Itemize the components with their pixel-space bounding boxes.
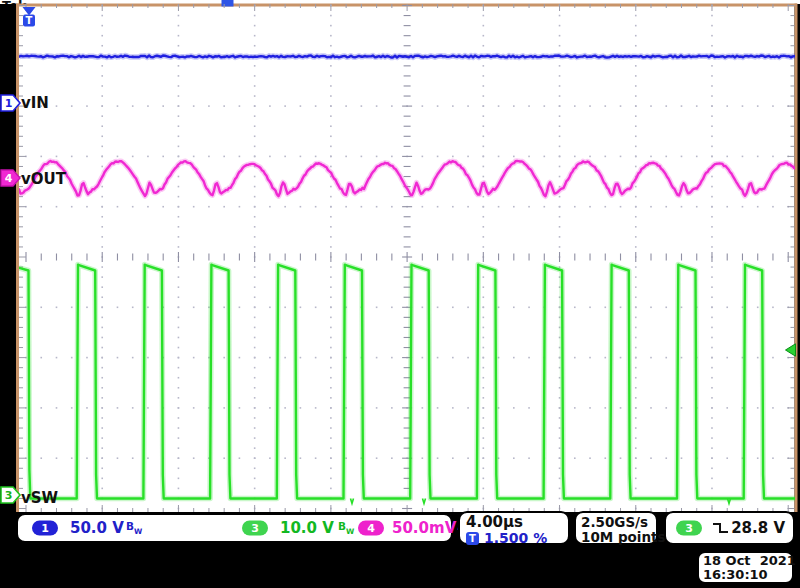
datetime-box: 18 Oct 2021 16:30:10 xyxy=(697,551,794,584)
ch3-badge: 3 xyxy=(242,521,268,536)
trigger-readout-box: 3 28.8 V xyxy=(664,511,795,545)
horizontal-position-value: 1.500 % xyxy=(484,530,547,546)
time-value: 16:30:10 xyxy=(703,568,792,582)
trigger-source-badge: 3 xyxy=(676,521,702,536)
channel-scale-readout-box: 1 50.0 V BW 3 10.0 V BW 4 50.0mV ∿ BW xyxy=(16,513,453,543)
ch4-scale: 50.0mV xyxy=(392,519,456,537)
ch3-scale: 10.0 V xyxy=(280,519,334,537)
top-edge-marker xyxy=(222,0,234,7)
svg-text:1: 1 xyxy=(5,97,13,110)
top-strip xyxy=(0,0,800,4)
svg-text:3: 3 xyxy=(5,489,13,502)
svg-text:T: T xyxy=(26,15,33,26)
label-vout: vOUT xyxy=(21,170,67,188)
trigger-icon: T xyxy=(466,532,479,545)
ch1-bandwidth-icon: BW xyxy=(126,520,142,535)
trace-vin xyxy=(19,56,795,58)
trigger-slope-falling-icon xyxy=(712,521,730,535)
ch1-badge: 1 xyxy=(32,521,58,536)
timebase-value: 4.00µs xyxy=(466,514,562,530)
record-length: 10M points xyxy=(581,530,651,545)
trigger-level-value: 28.8 V xyxy=(731,519,785,537)
date-value: 18 Oct 2021 xyxy=(703,554,792,568)
horizontal-readout-box: 4.00µs T 1.500 % xyxy=(458,511,570,545)
ch1-scale: 50.0 V xyxy=(70,519,124,537)
acquisition-readout-box: 2.50GS/s 10M points xyxy=(574,511,658,545)
svg-text:4: 4 xyxy=(5,172,13,185)
sample-rate: 2.50GS/s xyxy=(581,515,651,530)
label-vin: vIN xyxy=(21,94,49,112)
oscilloscope-screen: Tek T 1 4 3 vIN vOUT vSW 1 50.0 V BW xyxy=(0,0,800,588)
ch3-bandwidth-icon: BW xyxy=(338,520,354,535)
label-vsw: vSW xyxy=(21,489,59,507)
ch4-badge: 4 xyxy=(358,521,384,536)
scope-display: Tek T 1 4 3 vIN vOUT vSW xyxy=(0,0,800,588)
